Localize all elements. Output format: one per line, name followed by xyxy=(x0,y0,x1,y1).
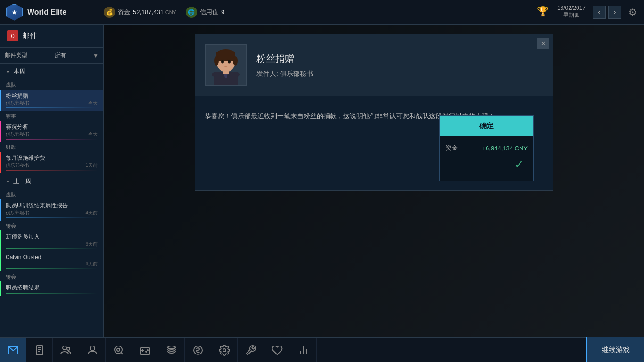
filter-value: 所有 xyxy=(55,51,66,59)
document-nav-icon xyxy=(34,345,45,356)
mail-nav-icon xyxy=(8,345,19,356)
week-label-last: 上一周 xyxy=(13,177,32,186)
game-nav-button[interactable] xyxy=(132,338,158,362)
mail-item-recruitment[interactable]: 职员招聘结果 xyxy=(0,281,103,296)
player-nav-icon xyxy=(87,345,98,356)
mail-item-bar-5 xyxy=(0,230,1,252)
mail-subject: 粉丝捐赠 xyxy=(256,52,543,65)
mail-badge: 0 xyxy=(7,30,18,41)
mail-item-meta-5: 6天前 xyxy=(6,241,98,247)
mail-item-new-reserve[interactable]: 新预备员加入 6天前 xyxy=(0,230,103,252)
week-collapse-icon: ▼ xyxy=(6,69,10,74)
database-nav-icon xyxy=(166,345,177,356)
mail-nav-button[interactable] xyxy=(0,338,26,362)
svg-point-14 xyxy=(229,72,240,77)
handshake-nav-button[interactable] xyxy=(264,338,290,362)
mail-item-title-3: 每月设施维护费 xyxy=(6,154,98,162)
mail-item-meta-6: 6天前 xyxy=(6,261,98,267)
credit-icon: 🌐 xyxy=(186,7,197,18)
gold-amount: 52,187,431 CNY xyxy=(133,8,176,16)
mail-title: 邮件 xyxy=(22,31,37,41)
svg-point-7 xyxy=(214,56,219,66)
mail-item-sender-3: 俱乐部秘书 xyxy=(6,162,29,169)
datetime: 16/02/2017 星期四 xyxy=(557,5,586,19)
reward-panel: 确定 资金 +6,944,134 CNY ✓ xyxy=(439,115,534,181)
content-area: × xyxy=(104,25,644,337)
next-arrow[interactable]: › xyxy=(608,6,621,19)
mail-item-calvin[interactable]: Calvin Ousted 6天前 xyxy=(0,252,103,272)
week-header-last[interactable]: ▼ 上一周 xyxy=(0,173,103,189)
weekday-value: 星期四 xyxy=(557,11,586,19)
category-team-1: 战队 xyxy=(0,80,103,90)
mail-from-value: 俱乐部秘书 xyxy=(280,70,313,77)
mail-item-bar-6 xyxy=(0,252,1,272)
prev-arrow[interactable]: ‹ xyxy=(593,6,606,19)
mail-item-bar-3 xyxy=(0,152,1,173)
mail-item-sender-2: 俱乐部秘书 xyxy=(6,131,29,138)
mail-item-fan-donation[interactable]: 粉丝捐赠 俱乐部秘书 今天 xyxy=(0,90,103,111)
mail-item-title-6: Calvin Ousted xyxy=(6,254,98,261)
scout-nav-button[interactable] xyxy=(106,338,132,362)
chart-nav-button[interactable] xyxy=(290,338,317,362)
category-transfer-1: 转会 xyxy=(0,221,103,230)
gold-label: 资金 xyxy=(118,8,130,16)
tools-nav-button[interactable] xyxy=(238,338,264,362)
mail-detail-overlay: × xyxy=(104,25,644,337)
svg-point-9 xyxy=(221,60,224,64)
mail-item-title-7: 职员招聘结果 xyxy=(6,284,98,292)
mail-item-date-5: 6天前 xyxy=(85,241,98,247)
database-nav-button[interactable] xyxy=(158,338,185,362)
mail-item-title: 粉丝捐赠 xyxy=(6,92,98,100)
mail-item-bar-4 xyxy=(0,199,1,221)
topbar: ★ World Elite 💰 资金 52,187,431 CNY 🌐 信用值 … xyxy=(0,0,644,25)
svg-point-13 xyxy=(212,72,223,77)
week-header-current[interactable]: ▼ 本周 xyxy=(0,64,103,80)
logo-area: ★ World Elite xyxy=(0,4,104,21)
mail-item-match-analysis[interactable]: 赛况分析 俱乐部秘书 今天 xyxy=(0,121,103,142)
mail-item-underline-4 xyxy=(6,217,98,218)
svg-point-28 xyxy=(146,351,147,352)
svg-rect-6 xyxy=(216,52,235,61)
settings2-nav-icon xyxy=(219,345,230,356)
game-nav-icon xyxy=(140,345,151,356)
avatar-image xyxy=(207,44,245,86)
mail-detail-close[interactable]: × xyxy=(537,38,549,49)
team-nav-button[interactable] xyxy=(53,338,79,362)
trophy-icon[interactable]: 🏆 xyxy=(537,6,550,19)
mail-from-label: 发件人: xyxy=(256,70,278,77)
credit-label: 信用值 xyxy=(200,8,218,16)
bottombar: 继续游戏 xyxy=(0,337,644,362)
player-nav-button[interactable] xyxy=(79,338,106,362)
main-area: 0 邮件 邮件类型 所有 ▼ ▼ 本周 战队 粉丝捐赠 俱乐部秘书 xyxy=(0,25,644,337)
mail-item-training-report[interactable]: 队员UI训练结束属性报告 俱乐部秘书 4天前 xyxy=(0,199,103,221)
finance-nav-button[interactable] xyxy=(185,338,211,362)
filter-arrow-icon[interactable]: ▼ xyxy=(93,52,99,59)
continue-button[interactable]: 继续游戏 xyxy=(586,337,644,362)
mail-item-maintenance[interactable]: 每月设施维护费 俱乐部秘书 1天前 xyxy=(0,152,103,173)
settings-icon[interactable]: ⚙ xyxy=(628,7,637,18)
gold-icon: 💰 xyxy=(104,7,115,18)
mail-item-date: 今天 xyxy=(88,100,98,107)
category-match-1: 赛事 xyxy=(0,111,103,121)
chart-nav-icon xyxy=(298,345,309,356)
mail-item-underline xyxy=(6,107,98,108)
gold-label-text: 资金 xyxy=(118,8,130,16)
filter-label: 邮件类型 xyxy=(5,51,27,59)
svg-point-25 xyxy=(117,348,120,351)
team-nav-icon xyxy=(60,345,72,356)
confirm-button[interactable]: 确定 xyxy=(440,116,533,136)
mail-item-date-6: 6天前 xyxy=(85,261,98,267)
mail-item-bar-2 xyxy=(0,121,1,142)
reward-row: 资金 +6,944,134 CNY xyxy=(446,142,528,154)
svg-point-20 xyxy=(63,346,66,350)
check-icon: ✓ xyxy=(514,158,524,171)
mail-header: 0 邮件 xyxy=(0,25,103,48)
nav-arrows: ‹ › xyxy=(593,6,621,19)
mail-sidebar: 0 邮件 邮件类型 所有 ▼ ▼ 本周 战队 粉丝捐赠 俱乐部秘书 xyxy=(0,25,104,337)
settings2-nav-button[interactable] xyxy=(211,338,238,362)
mail-item-underline-5 xyxy=(6,248,98,249)
mail-item-meta-2: 俱乐部秘书 今天 xyxy=(6,131,98,138)
mail-list: ▼ 本周 战队 粉丝捐赠 俱乐部秘书 今天 赛事 赛况分析 xyxy=(0,64,103,337)
document-nav-button[interactable] xyxy=(26,338,53,362)
topbar-stats: 💰 资金 52,187,431 CNY 🌐 信用值 9 xyxy=(104,7,537,18)
